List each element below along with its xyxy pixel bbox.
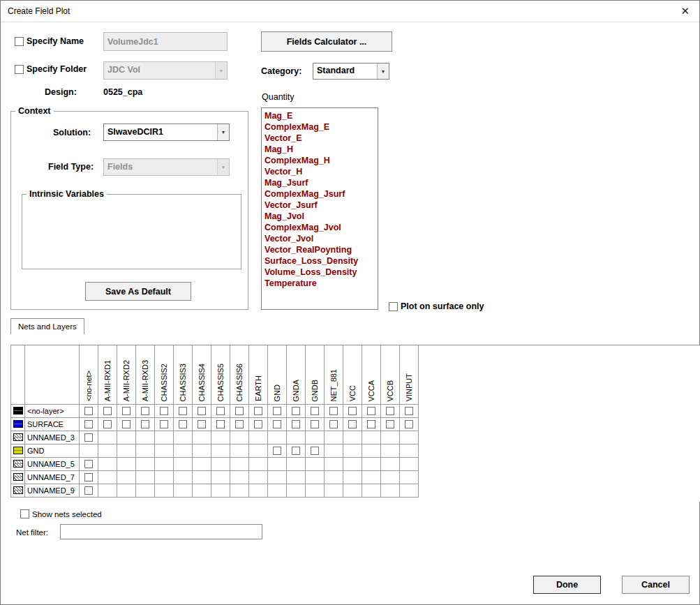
net-layer-cell: [98, 404, 117, 417]
quantity-item[interactable]: Vector_E: [265, 133, 378, 144]
net-layer-checkbox[interactable]: [386, 407, 394, 415]
net-layer-cell: [155, 444, 174, 457]
category-value: Standard: [313, 64, 377, 79]
net-layer-checkbox[interactable]: [292, 447, 300, 455]
net-layer-checkbox[interactable]: [179, 407, 187, 415]
net-layer-checkbox[interactable]: [84, 460, 93, 468]
net-layer-cell: [325, 470, 343, 484]
net-layer-checkbox[interactable]: [292, 420, 300, 428]
net-layer-cell: [287, 457, 306, 470]
net-layer-cell: [362, 484, 381, 497]
quantity-item[interactable]: Vector_H: [265, 166, 378, 177]
net-layer-checkbox[interactable]: [84, 420, 93, 428]
net-layer-checkbox[interactable]: [405, 420, 413, 428]
net-layer-cell: [98, 431, 117, 444]
specify-name-checkbox[interactable]: [15, 37, 24, 46]
quantity-item[interactable]: Mag_H: [265, 144, 378, 155]
net-layer-checkbox[interactable]: [198, 407, 206, 415]
net-column-label: VINPUT: [405, 373, 413, 401]
specify-folder-label: Specify Folder: [27, 64, 87, 74]
net-layer-checkbox[interactable]: [405, 407, 413, 415]
plot-on-surface-checkbox[interactable]: [389, 302, 398, 311]
net-layer-checkbox[interactable]: [254, 420, 262, 428]
net-layer-cell: [155, 417, 174, 431]
net-layer-checkbox[interactable]: [292, 407, 300, 415]
fields-calculator-button[interactable]: Fields Calculator ...: [261, 31, 392, 52]
net-layer-checkbox[interactable]: [216, 407, 225, 415]
net-layer-checkbox[interactable]: [273, 407, 281, 415]
net-layer-cell: [117, 470, 136, 484]
category-combo[interactable]: Standard ▼: [313, 63, 389, 80]
net-layer-cell: [80, 444, 98, 457]
net-layer-checkbox[interactable]: [348, 420, 357, 428]
net-filter-input[interactable]: [60, 524, 262, 539]
quantity-item[interactable]: Mag_E: [265, 110, 378, 121]
quantity-item[interactable]: Volume_Loss_Density: [265, 267, 378, 278]
net-layer-checkbox[interactable]: [329, 420, 338, 428]
quantity-item[interactable]: ComplexMag_E: [265, 121, 378, 133]
chevron-down-icon[interactable]: ▼: [217, 124, 229, 140]
quantity-item[interactable]: Surface_Loss_Density: [265, 255, 378, 267]
net-layer-checkbox[interactable]: [84, 433, 93, 442]
net-layer-checkbox[interactable]: [311, 407, 319, 415]
specify-folder-combo: JDC Vol ▼: [103, 61, 228, 80]
chevron-down-icon[interactable]: ▼: [377, 64, 389, 79]
quantity-label: Quantity: [262, 92, 295, 102]
solution-combo[interactable]: SIwaveDCIR1 ▼: [103, 124, 230, 141]
net-layer-cell: [381, 457, 400, 470]
quantity-item[interactable]: ComplexMag_Jvol: [265, 222, 378, 233]
net-layer-checkbox[interactable]: [273, 420, 281, 428]
net-layer-checkbox[interactable]: [160, 420, 168, 428]
net-column-label: GND: [273, 384, 281, 401]
grid-row-filler: [419, 417, 700, 431]
net-layer-cell: [268, 431, 287, 444]
net-layer-checkbox[interactable]: [141, 420, 149, 428]
net-layer-checkbox[interactable]: [386, 420, 394, 428]
tab-nets-and-layers[interactable]: Nets and Layers: [10, 318, 84, 334]
net-layer-checkbox[interactable]: [367, 407, 375, 415]
net-layer-checkbox[interactable]: [141, 407, 149, 415]
quantity-item[interactable]: Vector_Jsurf: [265, 200, 378, 211]
net-layer-checkbox[interactable]: [179, 420, 187, 428]
net-layer-checkbox[interactable]: [311, 420, 319, 428]
quantity-item[interactable]: ComplexMag_Jsurf: [265, 188, 378, 200]
save-as-default-button[interactable]: Save As Default: [85, 282, 191, 301]
net-layer-cell: [98, 417, 117, 431]
net-layer-cell: [268, 484, 287, 497]
net-layer-checkbox[interactable]: [103, 407, 112, 415]
net-column-header: CHASSIS5: [211, 345, 230, 404]
done-button[interactable]: Done: [533, 576, 601, 594]
net-layer-checkbox[interactable]: [103, 420, 112, 428]
net-layer-checkbox[interactable]: [122, 407, 131, 415]
net-layer-cell: [325, 431, 343, 444]
net-layer-checkbox[interactable]: [235, 420, 244, 428]
net-layer-checkbox[interactable]: [329, 407, 338, 415]
net-layer-checkbox[interactable]: [84, 407, 93, 415]
quantity-item[interactable]: Temperature: [265, 278, 378, 289]
cancel-button[interactable]: Cancel: [622, 576, 690, 594]
net-layer-checkbox[interactable]: [216, 420, 225, 428]
net-layer-checkbox[interactable]: [367, 420, 375, 428]
specify-folder-checkbox[interactable]: [15, 65, 24, 74]
title-bar[interactable]: Create Field Plot ✕: [1, 1, 699, 22]
net-layer-cell: [193, 431, 211, 444]
quantity-item[interactable]: Vector_Jvol: [265, 233, 378, 244]
quantity-item[interactable]: Mag_Jvol: [265, 211, 378, 222]
quantity-item[interactable]: ComplexMag_H: [265, 155, 378, 166]
net-layer-checkbox[interactable]: [122, 420, 131, 428]
net-layer-checkbox[interactable]: [84, 473, 93, 481]
layer-name: UNNAMED_5: [25, 457, 80, 470]
net-layer-checkbox[interactable]: [84, 486, 93, 495]
quantity-item[interactable]: Vector_RealPoynting: [265, 244, 378, 255]
close-icon[interactable]: ✕: [680, 5, 690, 17]
net-layer-checkbox[interactable]: [254, 407, 262, 415]
net-layer-checkbox[interactable]: [160, 407, 168, 415]
net-layer-checkbox[interactable]: [198, 420, 206, 428]
net-layer-checkbox[interactable]: [348, 407, 357, 415]
net-layer-checkbox[interactable]: [311, 447, 319, 455]
net-layer-checkbox[interactable]: [235, 407, 244, 415]
net-layer-checkbox[interactable]: [273, 447, 281, 455]
quantity-listbox[interactable]: Mag_EComplexMag_EVector_EMag_HComplexMag…: [261, 107, 378, 310]
quantity-item[interactable]: Mag_Jsurf: [265, 177, 378, 188]
show-nets-selected-checkbox[interactable]: [20, 509, 29, 518]
